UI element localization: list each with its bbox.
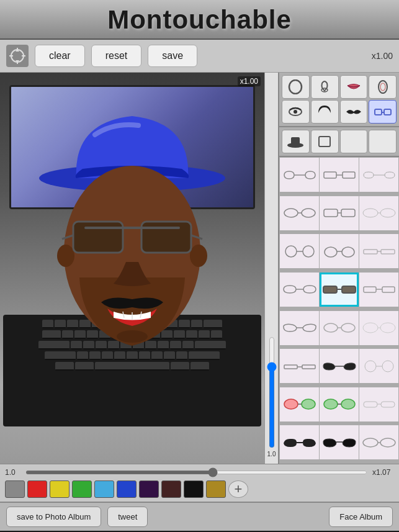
vertical-slider[interactable]: [266, 336, 277, 448]
color-swatch-blue[interactable]: [117, 480, 137, 498]
vertical-slider-container: 1.0: [264, 73, 278, 464]
svg-point-70: [380, 323, 395, 333]
glasses-item-15[interactable]: [359, 311, 398, 345]
cat-glasses[interactable]: [369, 100, 397, 124]
cat-ear[interactable]: [369, 75, 397, 99]
glasses-item-1[interactable]: [280, 158, 319, 192]
color-swatch-yellow[interactable]: [50, 480, 69, 498]
svg-rect-34: [319, 137, 330, 147]
glasses-item-13[interactable]: [280, 311, 319, 345]
glasses-item-17[interactable]: [320, 349, 359, 383]
svg-rect-62: [364, 287, 376, 292]
face-album-button[interactable]: Face Album: [329, 507, 393, 527]
face-overlay[interactable]: [33, 104, 231, 364]
glasses-item-3[interactable]: [359, 158, 398, 192]
glasses-item-9[interactable]: [359, 234, 398, 268]
horizontal-slider[interactable]: [25, 471, 367, 474]
svg-rect-28: [384, 109, 391, 115]
glasses-item-16[interactable]: [280, 349, 319, 383]
glasses-item-aviator[interactable]: [320, 425, 359, 459]
cat-empty2: [369, 130, 397, 153]
cat-mustache[interactable]: [340, 100, 368, 124]
svg-rect-33: [291, 137, 300, 145]
svg-point-90: [363, 438, 378, 447]
glasses-item-candy2[interactable]: [320, 387, 359, 422]
svg-rect-85: [364, 402, 377, 407]
category-icons-row2: [279, 127, 399, 157]
cat-empty1: [340, 130, 368, 153]
add-color-button[interactable]: +: [228, 480, 248, 498]
color-swatch-gray[interactable]: [5, 480, 25, 498]
glasses-item-5[interactable]: [320, 196, 359, 230]
glasses-item-last[interactable]: [359, 425, 398, 459]
svg-point-46: [363, 209, 378, 217]
svg-line-31: [391, 112, 392, 113]
app-title: Montouchable: [0, 5, 399, 35]
save-button[interactable]: save: [148, 45, 197, 67]
glasses-item-candy1[interactable]: [280, 387, 319, 422]
svg-rect-16: [84, 227, 180, 229]
cat-nose[interactable]: [311, 75, 339, 99]
clear-button[interactable]: clear: [35, 45, 85, 67]
glasses-item-12[interactable]: [359, 273, 398, 307]
bottom-controls: 1.0 x1.07 +: [0, 464, 399, 502]
save-to-album-button[interactable]: save to Photo Album: [6, 507, 101, 527]
color-swatch-green[interactable]: [72, 480, 92, 498]
glasses-item-18[interactable]: [359, 349, 398, 383]
glasses-item-bushy[interactable]: [280, 425, 319, 459]
glasses-item-14[interactable]: [320, 311, 359, 345]
svg-point-83: [341, 399, 355, 409]
reset-button[interactable]: reset: [91, 45, 142, 67]
scale-label: x1.00: [372, 51, 393, 61]
cat-hat[interactable]: [282, 130, 310, 153]
cat-misc[interactable]: [311, 130, 339, 153]
cat-lips[interactable]: [340, 75, 368, 99]
svg-point-53: [342, 247, 354, 257]
glasses-item-7[interactable]: [280, 234, 319, 268]
svg-rect-63: [382, 287, 395, 292]
glasses-item-6[interactable]: [359, 196, 398, 230]
glasses-item-4[interactable]: [280, 196, 319, 230]
toolbar: clear reset save x1.00: [0, 40, 399, 73]
canvas-area[interactable]: x1.00: [0, 73, 264, 464]
svg-point-21: [289, 80, 302, 94]
glasses-item-19[interactable]: [359, 387, 398, 422]
svg-point-66: [324, 323, 338, 332]
cat-face-outline[interactable]: [282, 75, 310, 99]
glasses-item-11[interactable]: [320, 273, 359, 307]
color-swatch-darkpurple[interactable]: [139, 480, 159, 498]
color-swatch-darkmaroon[interactable]: [161, 480, 181, 498]
face-svg: [55, 153, 210, 352]
horiz-slider-row: 1.0 x1.07: [5, 468, 394, 477]
color-swatch-red[interactable]: [27, 480, 47, 498]
glasses-item-8[interactable]: [320, 234, 359, 268]
svg-point-40: [284, 209, 298, 217]
color-swatch-black[interactable]: [184, 480, 204, 498]
svg-rect-44: [341, 209, 355, 217]
color-swatch-lightblue[interactable]: [94, 480, 114, 498]
svg-point-10: [190, 245, 207, 267]
slider-max-label: x1.07: [372, 468, 394, 477]
cat-hair[interactable]: [311, 100, 339, 124]
svg-point-23: [379, 81, 387, 93]
glasses-item-10[interactable]: [280, 273, 319, 307]
right-panel: [278, 73, 399, 464]
svg-point-91: [380, 438, 395, 447]
svg-rect-72: [284, 365, 297, 369]
svg-point-9: [57, 245, 74, 267]
svg-rect-73: [302, 365, 315, 369]
cat-eye[interactable]: [282, 100, 310, 124]
bottom-bar: save to Photo Album tweet Face Album: [0, 502, 399, 531]
face-position-icon[interactable]: [6, 45, 29, 67]
svg-rect-13: [141, 222, 191, 253]
svg-point-47: [380, 209, 395, 217]
svg-rect-36: [324, 172, 336, 178]
svg-rect-37: [343, 172, 355, 178]
glasses-item-2[interactable]: [320, 158, 359, 192]
tweet-button[interactable]: tweet: [107, 507, 148, 527]
svg-point-82: [324, 399, 338, 409]
svg-rect-56: [381, 250, 395, 254]
color-swatch-darkyellow[interactable]: [206, 480, 226, 498]
svg-point-50: [303, 246, 314, 257]
svg-point-80: [302, 399, 315, 409]
